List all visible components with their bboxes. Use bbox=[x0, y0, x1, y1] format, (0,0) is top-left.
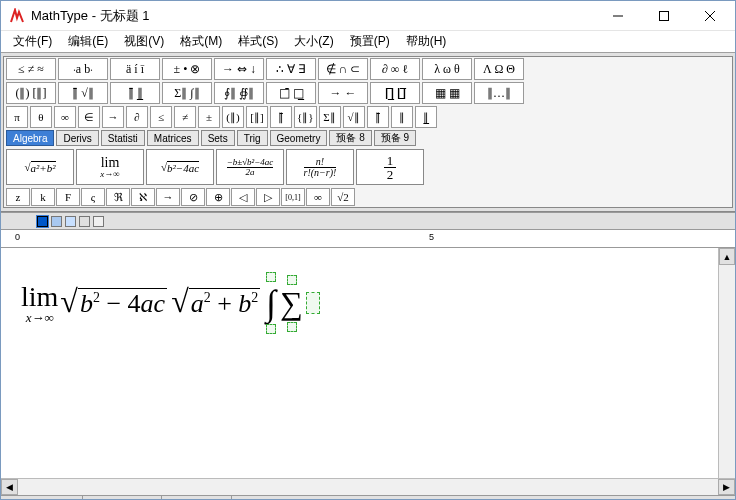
menu-format[interactable]: 格式(M) bbox=[172, 31, 230, 52]
sm-arrow[interactable]: → bbox=[156, 188, 180, 206]
minimize-button[interactable] bbox=[595, 1, 641, 31]
ruler[interactable]: 0 5 bbox=[1, 230, 735, 248]
sym-pm[interactable]: ± bbox=[198, 106, 220, 128]
sm-sqrt2[interactable]: √2 bbox=[331, 188, 355, 206]
color-swatch-2[interactable] bbox=[51, 216, 62, 227]
sm-sigma[interactable]: ς bbox=[81, 188, 105, 206]
color-swatch-3[interactable] bbox=[65, 216, 76, 227]
status-color[interactable]: 颜色: bbox=[232, 496, 293, 500]
menu-preset[interactable]: 预置(P) bbox=[342, 31, 398, 52]
tpl-sqrt-a2b2[interactable]: √a²+b² bbox=[6, 149, 74, 185]
eq-integral[interactable]: ∫ bbox=[264, 272, 278, 334]
maximize-button[interactable] bbox=[641, 1, 687, 31]
scroll-track[interactable] bbox=[18, 479, 718, 495]
scroll-left-icon[interactable]: ◀ bbox=[1, 479, 18, 495]
placeholder-summand[interactable] bbox=[306, 292, 320, 314]
status-size[interactable]: 尺寸: 标准(F) bbox=[83, 496, 162, 500]
eq-sum[interactable]: ∑ bbox=[280, 275, 303, 332]
tab-preset-9[interactable]: 预备 9 bbox=[374, 130, 416, 146]
vertical-scrollbar[interactable]: ▲ bbox=[718, 248, 735, 478]
tpl-sqrt-b24ac[interactable]: √b²−4ac bbox=[146, 149, 214, 185]
tpl-half[interactable]: 12 bbox=[356, 149, 424, 185]
tab-matrices[interactable]: Matrices bbox=[147, 130, 199, 146]
status-style[interactable]: 样式: 数学(M) bbox=[1, 496, 83, 500]
tab-geometry[interactable]: Geometry bbox=[270, 130, 328, 146]
tpl-mid[interactable]: ∥ bbox=[391, 106, 413, 128]
placeholder-sum-upper[interactable] bbox=[287, 275, 297, 285]
tab-algebra[interactable]: Algebra bbox=[6, 130, 54, 146]
symbol-relations[interactable]: ≤ ≠ ≈ bbox=[6, 58, 56, 80]
tpl-sum[interactable]: Σ∥ bbox=[319, 106, 341, 128]
tab-statisti[interactable]: Statisti bbox=[101, 130, 145, 146]
tpl-binomial[interactable]: n!r!(n−r)! bbox=[286, 149, 354, 185]
symbol-accents[interactable]: ä í ī bbox=[110, 58, 160, 80]
tpl-boxes[interactable]: ∥…∥ bbox=[474, 82, 524, 104]
sm-f-u[interactable]: F bbox=[56, 188, 80, 206]
scroll-right-icon[interactable]: ▶ bbox=[718, 479, 735, 495]
tpl-integrals[interactable]: ∮∥ ∯∥ bbox=[214, 82, 264, 104]
tpl-limit[interactable]: limx→∞ bbox=[76, 149, 144, 185]
tpl-sums[interactable]: Σ∥ ∫∥ bbox=[162, 82, 212, 104]
symbol-set-theory[interactable]: ∉ ∩ ⊂ bbox=[318, 58, 368, 80]
sym-leq[interactable]: ≤ bbox=[150, 106, 172, 128]
tpl-subsup[interactable]: ∥̄ ∥̲ bbox=[110, 82, 160, 104]
tpl-sub[interactable]: ∥̲ bbox=[415, 106, 437, 128]
sm-oplus[interactable]: ⊕ bbox=[206, 188, 230, 206]
sym-theta[interactable]: θ bbox=[30, 106, 52, 128]
horizontal-scrollbar[interactable]: ◀ ▶ bbox=[1, 478, 735, 495]
sm-ltri[interactable]: ◁ bbox=[231, 188, 255, 206]
tpl-matrices[interactable]: ▦ ▦ bbox=[422, 82, 472, 104]
scroll-up-icon[interactable]: ▲ bbox=[719, 248, 735, 265]
eq-lim[interactable]: lim x→∞ bbox=[21, 283, 58, 324]
close-button[interactable] bbox=[687, 1, 733, 31]
tpl-fractions[interactable]: ∥̄ √∥ bbox=[58, 82, 108, 104]
color-swatch-1[interactable] bbox=[37, 216, 48, 227]
status-zoom[interactable]: 缩放: 200% bbox=[162, 496, 232, 500]
tab-preset-8[interactable]: 预备 8 bbox=[329, 130, 371, 146]
tpl-overbar[interactable]: □̄ □̲ bbox=[266, 82, 316, 104]
sm-interval[interactable]: [0,1] bbox=[281, 188, 305, 206]
sym-arrow[interactable]: → bbox=[102, 106, 124, 128]
tpl-quadratic[interactable]: −b±√b²−4ac2a bbox=[216, 149, 284, 185]
tpl-paren[interactable]: (∥) bbox=[222, 106, 244, 128]
symbol-spaces[interactable]: ⸱a b⸱ bbox=[58, 58, 108, 80]
eq-sqrt-2[interactable]: √ a2 + b2 bbox=[171, 288, 260, 319]
sym-partial[interactable]: ∂ bbox=[126, 106, 148, 128]
tpl-frac[interactable]: ∥̄ bbox=[270, 106, 292, 128]
tab-sets[interactable]: Sets bbox=[201, 130, 235, 146]
menu-view[interactable]: 视图(V) bbox=[116, 31, 172, 52]
color-swatch-4[interactable] bbox=[79, 216, 90, 227]
sm-z[interactable]: z bbox=[6, 188, 30, 206]
sm-oslash[interactable]: ⊘ bbox=[181, 188, 205, 206]
equation-editor[interactable]: lim x→∞ √ b2 − 4ac √ a2 + b2 ∫ ∑ bbox=[1, 248, 735, 478]
sm-k[interactable]: k bbox=[31, 188, 55, 206]
symbol-greek-upper[interactable]: Λ Ω Θ bbox=[474, 58, 524, 80]
sm-rtri[interactable]: ▷ bbox=[256, 188, 280, 206]
sym-in[interactable]: ∈ bbox=[78, 106, 100, 128]
symbol-arrows[interactable]: → ⇔ ↓ bbox=[214, 58, 264, 80]
placeholder-lower[interactable] bbox=[266, 324, 276, 334]
sym-inf[interactable]: ∞ bbox=[54, 106, 76, 128]
sm-inf[interactable]: ∞ bbox=[306, 188, 330, 206]
tpl-sqrt[interactable]: √∥ bbox=[343, 106, 365, 128]
tab-derivs[interactable]: Derivs bbox=[56, 130, 98, 146]
sym-pi[interactable]: π bbox=[6, 106, 28, 128]
sm-re[interactable]: ℜ bbox=[106, 188, 130, 206]
tpl-arrows[interactable]: → ← bbox=[318, 82, 368, 104]
sm-aleph[interactable]: ℵ bbox=[131, 188, 155, 206]
symbol-greek-lower[interactable]: λ ω θ bbox=[422, 58, 472, 80]
eq-sqrt-1-body[interactable]: b2 − 4ac bbox=[78, 288, 167, 319]
menu-edit[interactable]: 编辑(E) bbox=[60, 31, 116, 52]
menu-help[interactable]: 帮助(H) bbox=[398, 31, 455, 52]
eq-sqrt-2-body[interactable]: a2 + b2 bbox=[189, 288, 261, 319]
sym-neq[interactable]: ≠ bbox=[174, 106, 196, 128]
menu-style[interactable]: 样式(S) bbox=[230, 31, 286, 52]
tab-trig[interactable]: Trig bbox=[237, 130, 268, 146]
tpl-fences[interactable]: (∥) [∥] bbox=[6, 82, 56, 104]
eq-sqrt-1[interactable]: √ b2 − 4ac bbox=[60, 288, 167, 319]
tpl-sup[interactable]: ∥̄ bbox=[367, 106, 389, 128]
symbol-logic[interactable]: ∴ ∀ ∃ bbox=[266, 58, 316, 80]
tpl-brace[interactable]: {∥} bbox=[294, 106, 317, 128]
menu-file[interactable]: 文件(F) bbox=[5, 31, 60, 52]
placeholder-sum-lower[interactable] bbox=[287, 322, 297, 332]
